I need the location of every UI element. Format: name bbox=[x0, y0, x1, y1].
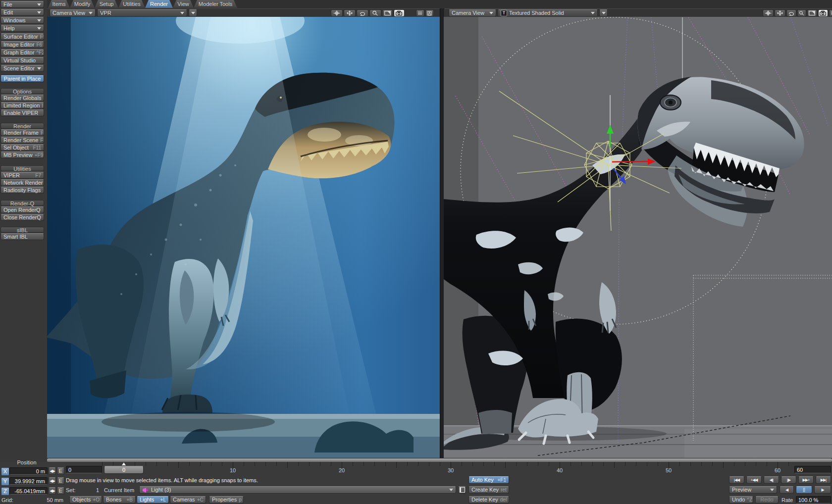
camera-icon[interactable] bbox=[818, 9, 828, 17]
render-globals-button[interactable]: Render Globals bbox=[0, 95, 44, 101]
x-axis-handle[interactable] bbox=[612, 161, 648, 162]
y-axis-badge[interactable]: Y bbox=[1, 477, 9, 486]
left-render-mode-dropdown[interactable]: VPR bbox=[97, 9, 187, 17]
chevron-down-icon bbox=[37, 3, 41, 6]
virtual-studio-button[interactable]: Virtual Studio bbox=[0, 57, 44, 64]
tab-setup[interactable]: Setup bbox=[95, 0, 118, 8]
close-renderq-button[interactable]: Close RenderQ bbox=[0, 214, 44, 221]
parent-in-place-button[interactable]: Parent in Place bbox=[0, 75, 44, 82]
x-position-field[interactable]: 0 m bbox=[9, 467, 48, 475]
previous-keyframe-button[interactable]: +◀◀ bbox=[746, 476, 762, 484]
z-envelope-button[interactable]: E bbox=[57, 487, 64, 495]
cameras-mode-button[interactable]: Cameras+C bbox=[170, 496, 206, 504]
tick-10: 10 bbox=[230, 467, 236, 473]
render-frame-button[interactable]: Render FrameF9 bbox=[0, 129, 44, 136]
x-stepper[interactable]: ◀▶ bbox=[49, 467, 56, 475]
right-render-mode-dropdown[interactable]: T Textured Shaded Solid bbox=[498, 9, 598, 17]
go-to-end-button[interactable]: ▶▶| bbox=[816, 476, 831, 484]
smart-ibl-button[interactable]: Smart IBL bbox=[0, 233, 44, 240]
left-view-mode-dropdown[interactable]: Camera View bbox=[50, 9, 96, 17]
menu-help[interactable]: Help bbox=[0, 25, 44, 32]
frame-slider-handle[interactable]: 0 bbox=[104, 466, 144, 474]
z-axis-badge[interactable]: Z bbox=[1, 487, 9, 496]
z-stepper[interactable]: ◀▶ bbox=[49, 487, 56, 495]
pan-view-icon[interactable] bbox=[775, 9, 785, 17]
set-value[interactable]: 1 bbox=[79, 487, 99, 493]
options-section-header: Options bbox=[0, 88, 44, 94]
chevron-down-icon bbox=[37, 11, 41, 14]
play-button[interactable]: ▶ bbox=[814, 486, 831, 494]
y-position-field[interactable]: 39.9992 mm bbox=[9, 477, 48, 485]
objects-mode-button[interactable]: Objects+O bbox=[69, 496, 102, 504]
redo-button[interactable]: Redo bbox=[755, 496, 779, 504]
delete-key-button[interactable]: Delete Keydel bbox=[468, 496, 509, 504]
step-back-button[interactable]: ◀|| bbox=[764, 476, 779, 484]
tick-50: 50 bbox=[666, 467, 672, 473]
maximize-viewport-icon[interactable] bbox=[807, 9, 817, 17]
lightwave-layout-window: File Edit Windows Help Surface EditorF5 … bbox=[0, 0, 832, 504]
tab-modify[interactable]: Modify bbox=[70, 0, 95, 8]
radiosity-flags-button[interactable]: Radiosity Flags bbox=[0, 187, 44, 194]
left-viewport-menu-button[interactable] bbox=[189, 9, 197, 17]
rotate-view-icon[interactable] bbox=[786, 9, 796, 17]
end-frame-field[interactable]: 60 bbox=[794, 466, 831, 473]
play-reverse-button[interactable]: ◀ bbox=[780, 486, 794, 494]
undo-button[interactable]: Undo^Z bbox=[729, 496, 753, 504]
graph-editor-button[interactable]: Graph Editor^F2 bbox=[0, 49, 44, 56]
tab-items[interactable]: Items bbox=[48, 0, 70, 8]
pause-button[interactable]: || bbox=[796, 486, 812, 494]
list-icon[interactable] bbox=[416, 9, 424, 17]
pan-view-icon[interactable] bbox=[344, 9, 356, 17]
right-view-mode-dropdown[interactable]: Camera View bbox=[449, 9, 496, 17]
maximize-viewport-icon[interactable] bbox=[382, 9, 393, 17]
item-panel-button[interactable] bbox=[458, 486, 466, 494]
surface-editor-button[interactable]: Surface EditorF5 bbox=[0, 33, 44, 40]
tab-utilities[interactable]: Utilities bbox=[118, 0, 145, 8]
tab-render[interactable]: Render bbox=[145, 0, 173, 8]
rate-field[interactable]: 100.0 % bbox=[796, 496, 831, 504]
scene-editor-button[interactable]: Scene Editor bbox=[0, 65, 44, 72]
menu-edit[interactable]: Edit bbox=[0, 9, 44, 16]
limited-region-button[interactable]: Limited Regionl bbox=[0, 102, 44, 109]
preview-dropdown[interactable]: Preview bbox=[729, 486, 777, 494]
z-position-field[interactable]: -65.0419mm bbox=[9, 487, 48, 495]
current-frame-field[interactable]: 0 bbox=[66, 466, 102, 473]
center-item-icon[interactable] bbox=[763, 9, 774, 17]
x-envelope-button[interactable]: E bbox=[57, 467, 64, 475]
center-item-icon[interactable] bbox=[331, 9, 343, 17]
properties-button[interactable]: Propertiesp bbox=[209, 496, 244, 504]
tab-view[interactable]: View bbox=[173, 0, 194, 8]
network-render-button[interactable]: Network Render bbox=[0, 179, 44, 186]
current-item-dropdown[interactable]: Light (3) bbox=[139, 486, 456, 494]
image-editor-button[interactable]: Image EditorF6 bbox=[0, 41, 44, 48]
viewport-left-vpr[interactable] bbox=[47, 17, 440, 458]
go-to-start-button[interactable]: |◀◀ bbox=[729, 476, 744, 484]
viper-button[interactable]: VIPERF7 bbox=[0, 172, 44, 179]
x-axis-badge[interactable]: X bbox=[1, 467, 9, 476]
tab-modeler-tools[interactable]: Modeler Tools bbox=[194, 0, 237, 8]
menu-windows[interactable]: Windows bbox=[0, 17, 44, 24]
right-viewport-menu-button[interactable] bbox=[599, 9, 608, 17]
y-envelope-button[interactable]: E bbox=[57, 477, 64, 485]
y-stepper[interactable]: ◀▶ bbox=[49, 477, 56, 485]
bones-mode-button[interactable]: Bones+B bbox=[103, 496, 136, 504]
lights-mode-button[interactable]: Lights+L bbox=[137, 496, 169, 504]
list-icon[interactable] bbox=[829, 9, 832, 17]
render-scene-button[interactable]: Render SceneF10 bbox=[0, 137, 44, 144]
enable-viper-button[interactable]: Enable VIPER bbox=[0, 109, 44, 116]
zoom-view-icon[interactable] bbox=[797, 9, 806, 17]
menu-file[interactable]: File bbox=[0, 1, 44, 8]
mb-preview-button[interactable]: MB Preview+F9 bbox=[0, 151, 44, 158]
rotate-view-icon[interactable] bbox=[357, 9, 368, 17]
viewport-right-shaded[interactable] bbox=[444, 17, 832, 458]
utilities-section-header: Utilities bbox=[0, 165, 44, 171]
auto-key-button[interactable]: Auto Key+F1 bbox=[468, 476, 509, 484]
zoom-view-icon[interactable] bbox=[369, 9, 381, 17]
step-forward-button[interactable]: ||▶ bbox=[781, 476, 796, 484]
sel-object-button[interactable]: Sel ObjectF11 bbox=[0, 144, 44, 151]
create-key-button[interactable]: Create Keyret bbox=[468, 486, 509, 494]
open-renderq-button[interactable]: Open RenderQ bbox=[0, 206, 44, 213]
save-view-icon[interactable] bbox=[425, 9, 434, 17]
next-keyframe-button[interactable]: ▶▶+ bbox=[798, 476, 814, 484]
camera-icon[interactable] bbox=[394, 9, 405, 17]
